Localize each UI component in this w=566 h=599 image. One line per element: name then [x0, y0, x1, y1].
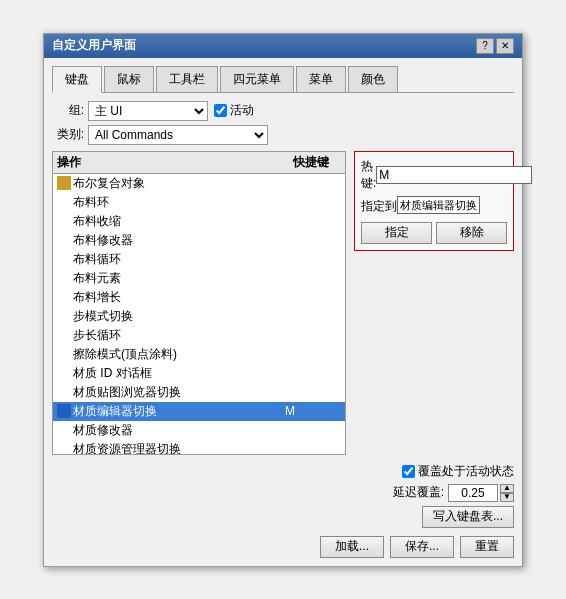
list-item-name: 材质 ID 对话框 [73, 365, 281, 382]
assign-info: 材质编辑器切换 [397, 196, 480, 214]
assign-to-label: 指定到 [361, 198, 397, 215]
list-item-name: 材质资源管理器切换 [73, 441, 281, 454]
list-item[interactable]: 材质 ID 对话框 [53, 364, 345, 383]
list-item-name: 布料收缩 [73, 213, 281, 230]
active-checkbox-label[interactable]: 活动 [214, 102, 254, 119]
list-item-icon [57, 366, 71, 380]
list-item-icon [57, 176, 71, 190]
header-shortcut: 快捷键 [281, 154, 341, 171]
list-header: 操作 快捷键 [53, 152, 345, 174]
list-item-name: 步模式切换 [73, 308, 281, 325]
list-item-icon [57, 233, 71, 247]
hotkey-row: 热键: [361, 158, 507, 192]
tab-bar: 键盘 鼠标 工具栏 四元菜单 菜单 颜色 [52, 66, 514, 93]
category-select[interactable]: All Commands [88, 125, 268, 145]
list-item-icon [57, 404, 71, 418]
list-item-name: 步长循环 [73, 327, 281, 344]
list-item-name: 材质编辑器切换 [73, 403, 281, 420]
category-label: 类别: [52, 126, 84, 143]
assign-button[interactable]: 指定 [361, 222, 432, 244]
list-item[interactable]: 布料循环 [53, 250, 345, 269]
overlay-label: 覆盖处于活动状态 [418, 463, 514, 480]
list-item-icon [57, 423, 71, 437]
right-panel: 热键: 指定到 材质编辑器切换 指定 移除 [354, 151, 514, 455]
hotkey-btn-row: 指定 移除 [361, 222, 507, 244]
header-action: 操作 [57, 154, 281, 171]
hotkey-label: 热键: [361, 158, 376, 192]
list-item[interactable]: 擦除模式(顶点涂料) [53, 345, 345, 364]
title-controls: ? ✕ [476, 38, 514, 54]
write-kbd-row: 写入键盘表... [52, 506, 514, 528]
remove-button[interactable]: 移除 [436, 222, 507, 244]
tab-keyboard[interactable]: 键盘 [52, 66, 102, 93]
list-item-name: 布料环 [73, 194, 281, 211]
list-item[interactable]: 材质贴图浏览器切换 [53, 383, 345, 402]
list-item-icon [57, 214, 71, 228]
list-item[interactable]: 布料元素 [53, 269, 345, 288]
write-kbd-button[interactable]: 写入键盘表... [422, 506, 514, 528]
list-item-icon [57, 309, 71, 323]
close-button[interactable]: ✕ [496, 38, 514, 54]
list-item[interactable]: 布料增长 [53, 288, 345, 307]
list-item-name: 布尔复合对象 [73, 175, 281, 192]
list-item-name: 擦除模式(顶点涂料) [73, 346, 281, 363]
list-item-icon [57, 252, 71, 266]
save-button[interactable]: 保存... [390, 536, 454, 558]
list-item[interactable]: 材质资源管理器切换 [53, 440, 345, 454]
overlay-row: 覆盖处于活动状态 [52, 463, 514, 480]
list-item-icon [57, 290, 71, 304]
list-item[interactable]: 材质编辑器切换M [53, 402, 345, 421]
list-item-name: 材质修改器 [73, 422, 281, 439]
list-item-shortcut: M [281, 404, 341, 418]
spinner-buttons: ▲ ▼ [500, 484, 514, 502]
tab-mouse[interactable]: 鼠标 [104, 66, 154, 92]
tab-color[interactable]: 颜色 [348, 66, 398, 92]
tab-quad-menu[interactable]: 四元菜单 [220, 66, 294, 92]
list-item[interactable]: 布料环 [53, 193, 345, 212]
list-item-icon [57, 328, 71, 342]
list-item-icon [57, 347, 71, 361]
spin-down-btn[interactable]: ▼ [500, 493, 514, 502]
category-row: 类别: All Commands [52, 125, 514, 145]
list-item-name: 布料元素 [73, 270, 281, 287]
delay-input[interactable] [448, 484, 498, 502]
assign-to-row: 指定到 材质编辑器切换 [361, 196, 507, 218]
delay-label: 延迟覆盖: [393, 484, 444, 501]
overlay-checkbox[interactable] [402, 465, 415, 478]
hotkey-input[interactable] [376, 166, 532, 184]
list-item-icon [57, 442, 71, 454]
list-container[interactable]: 布尔复合对象布料环布料收缩布料修改器布料循环布料元素布料增长步模式切换步长循环擦… [53, 174, 345, 454]
window-title: 自定义用户界面 [52, 37, 136, 54]
title-bar: 自定义用户界面 ? ✕ [44, 34, 522, 58]
list-item-name: 材质贴图浏览器切换 [73, 384, 281, 401]
list-item-icon [57, 195, 71, 209]
load-button[interactable]: 加载... [320, 536, 384, 558]
list-item[interactable]: 布尔复合对象 [53, 174, 345, 193]
list-item-icon [57, 385, 71, 399]
bottom-area: 覆盖处于活动状态 延迟覆盖: ▲ ▼ 写入键盘表... 加载... 保存... … [52, 463, 514, 558]
group-label: 组: [52, 102, 84, 119]
tab-toolbar[interactable]: 工具栏 [156, 66, 218, 92]
active-checkbox[interactable] [214, 104, 227, 117]
hotkey-box: 热键: 指定到 材质编辑器切换 指定 移除 [354, 151, 514, 251]
delay-row: 延迟覆盖: ▲ ▼ [52, 484, 514, 502]
list-item-name: 布料循环 [73, 251, 281, 268]
list-item-name: 布料增长 [73, 289, 281, 306]
list-item-icon [57, 271, 71, 285]
main-area: 操作 快捷键 布尔复合对象布料环布料收缩布料修改器布料循环布料元素布料增长步模式… [52, 151, 514, 455]
list-item[interactable]: 材质修改器 [53, 421, 345, 440]
main-window: 自定义用户界面 ? ✕ 键盘 鼠标 工具栏 四元菜单 菜单 颜色 组: 主 UI… [43, 33, 523, 567]
list-item-name: 布料修改器 [73, 232, 281, 249]
group-select[interactable]: 主 UI [88, 101, 208, 121]
list-item[interactable]: 步长循环 [53, 326, 345, 345]
reset-button[interactable]: 重置 [460, 536, 514, 558]
group-row: 组: 主 UI 活动 [52, 101, 514, 121]
footer-row: 加载... 保存... 重置 [52, 536, 514, 558]
tab-menu[interactable]: 菜单 [296, 66, 346, 92]
help-button[interactable]: ? [476, 38, 494, 54]
overlay-checkbox-label[interactable]: 覆盖处于活动状态 [402, 463, 514, 480]
list-item[interactable]: 步模式切换 [53, 307, 345, 326]
list-item[interactable]: 布料修改器 [53, 231, 345, 250]
list-item[interactable]: 布料收缩 [53, 212, 345, 231]
list-panel: 操作 快捷键 布尔复合对象布料环布料收缩布料修改器布料循环布料元素布料增长步模式… [52, 151, 346, 455]
